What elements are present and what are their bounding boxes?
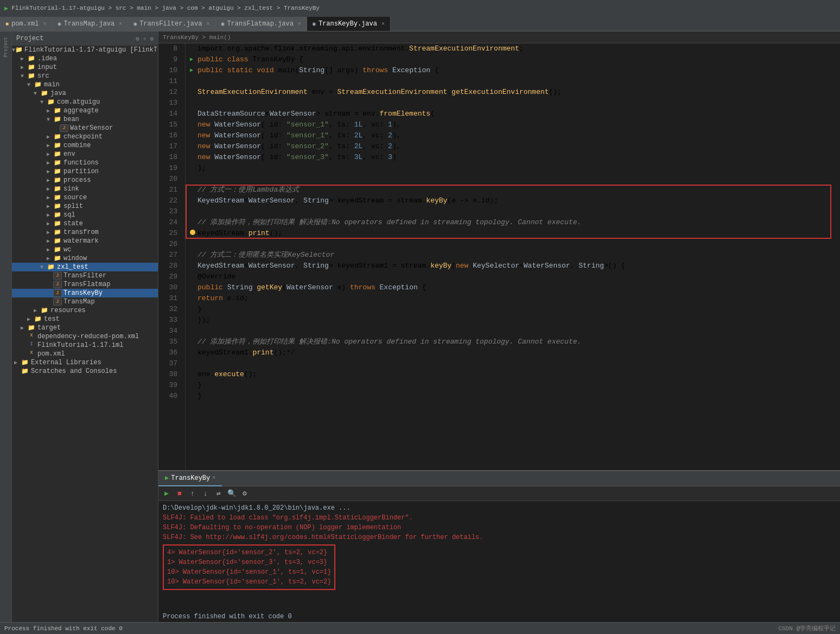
line-number: 29 xyxy=(158,271,181,282)
code-editor[interactable]: 8910111213141516171819202122232425262728… xyxy=(158,43,840,470)
stop-btn[interactable]: ■ xyxy=(174,487,186,499)
tree-item[interactable]: ▶ 📁 watermark xyxy=(12,237,158,245)
line-text: keyedStream.print(); xyxy=(198,228,282,239)
tree-item[interactable]: ▶ 📁 window xyxy=(12,254,158,263)
tree-item[interactable]: ▶ 📁 transfrom xyxy=(12,228,158,237)
tree-item[interactable]: ▶ 📁 env xyxy=(12,150,158,158)
tree-item[interactable]: ▶ 📁 input xyxy=(12,63,158,72)
tree-item[interactable]: ▶ 📁 checkpoint xyxy=(12,132,158,141)
project-vert-tab[interactable]: Project xyxy=(2,34,10,61)
result-line: 4> WaterSensor{id='sensor_2', ts=2, vc=2… xyxy=(167,548,331,557)
folder-icon: 📁 xyxy=(34,315,42,323)
line-text: ); xyxy=(198,163,206,174)
line-number: 13 xyxy=(158,98,181,109)
tree-arrow: ▶ xyxy=(47,220,53,227)
folder-icon: 📁 xyxy=(53,150,62,158)
tab-transmap-close[interactable]: × xyxy=(119,21,122,27)
tree-item[interactable]: ▶ 📁 wc xyxy=(12,245,158,254)
tree-label: window xyxy=(63,255,87,262)
run-btn[interactable]: ▶ xyxy=(161,487,173,499)
tab-transfilter[interactable]: ◉ TransFilter.java × xyxy=(128,17,215,31)
tree-label: TransMap xyxy=(63,298,95,306)
tab-transkeyby[interactable]: ◉ TransKeyBy.java × xyxy=(307,17,391,31)
bottom-panel: ▶ TransKeyBy × ▶ ■ ↑ ↓ ⇌ 🔍 ⚙ D:\Develop\… xyxy=(158,470,840,622)
code-line: } xyxy=(190,304,840,315)
tab-pom-xml[interactable]: ■ pom.xml × xyxy=(0,17,52,31)
code-line: }); xyxy=(190,315,840,326)
tree-item[interactable]: J TransFlatmap xyxy=(12,280,158,289)
line-number: 38 xyxy=(158,369,181,380)
tab-pom-close[interactable]: × xyxy=(43,21,46,27)
line-number: 30 xyxy=(158,282,181,293)
line-text: KeyedStream<WaterSensor, String> keyedSt… xyxy=(198,261,625,271)
line-text: } xyxy=(198,380,202,391)
tree-item[interactable]: ▶ 📁 aggreagte xyxy=(12,106,158,115)
tab-transflatmap-close[interactable]: × xyxy=(298,21,301,27)
tree-item[interactable]: X dependency-reduced-pom.xml xyxy=(12,332,158,341)
tree-label: java xyxy=(50,90,66,97)
run-arrow: ▶ xyxy=(190,65,198,76)
run-tab-close[interactable]: × xyxy=(212,475,215,481)
xml-file-icon: X xyxy=(27,333,36,340)
folder-icon: 📁 xyxy=(53,168,62,175)
tab-transkeyby-close[interactable]: × xyxy=(381,21,385,27)
code-line: public String getKey(WaterSensor e) thro… xyxy=(190,282,840,293)
wrap-btn[interactable]: ⇌ xyxy=(213,487,225,499)
sidebar-tree[interactable]: ▼ 📁 FlinkTutorial-1.17-atguigu [FlinkTut… xyxy=(12,46,158,622)
folder-icon: 📁 xyxy=(27,72,36,80)
tree-item[interactable]: ▼ 📁 zxl_test xyxy=(12,263,158,271)
code-line xyxy=(190,174,840,185)
status-text: Process finished with exit code 0 xyxy=(4,625,123,632)
tree-item[interactable]: ▶ 📁 state xyxy=(12,219,158,228)
code-line: DataStreamSource<WaterSensor> stream = e… xyxy=(190,109,840,119)
line-number: 8 xyxy=(158,43,181,54)
line-number: 24 xyxy=(158,217,181,228)
tree-item[interactable]: ▶ 📁 target xyxy=(12,324,158,332)
tree-item[interactable]: ▼ 📁 java xyxy=(12,89,158,98)
top-bar-path: FlinkTutorial-1.17-atguigu > src > main … xyxy=(11,5,320,11)
tree-label: watermark xyxy=(63,237,99,245)
tree-item[interactable]: ▶ 📁 partition xyxy=(12,167,158,176)
tree-item[interactable]: ▶ 📁 sink xyxy=(12,185,158,193)
tree-item[interactable]: ▶ 📁 .idea xyxy=(12,54,158,63)
tab-transmap[interactable]: ◉ TransMap.java × xyxy=(52,17,128,31)
tree-item[interactable]: I FlinkTutorial-1.17.iml xyxy=(12,341,158,350)
tree-item[interactable]: J TransKeyBy xyxy=(12,289,158,297)
tree-item[interactable]: ▼ 📁 bean xyxy=(12,115,158,124)
tree-item[interactable]: J TransMap xyxy=(12,297,158,306)
folder-icon: 📁 xyxy=(53,246,62,253)
tree-item[interactable]: ▶ 📁 sql xyxy=(12,211,158,219)
tree-item[interactable]: 📁 Scratches and Consoles xyxy=(12,367,158,376)
tree-item[interactable]: ▶ 📁 test xyxy=(12,315,158,324)
scroll-down-btn[interactable]: ↓ xyxy=(200,487,212,499)
tree-item[interactable]: ▶ 📁 split xyxy=(12,202,158,211)
tree-label: functions xyxy=(63,159,99,167)
tree-item[interactable]: ▼ 📁 FlinkTutorial-1.17-atguigu [FlinkTut… xyxy=(12,46,158,54)
tree-item[interactable]: ▼ 📁 src xyxy=(12,72,158,80)
tree-item[interactable]: J TransFilter xyxy=(12,271,158,280)
tree-item[interactable]: ▶ 📁 External Libraries xyxy=(12,358,158,367)
tree-item[interactable]: ▼ 📁 main xyxy=(12,80,158,89)
tree-item[interactable]: ▶ 📁 source xyxy=(12,193,158,202)
tree-item[interactable]: ▶ 📁 functions xyxy=(12,158,158,167)
tree-label: main xyxy=(44,81,60,88)
scroll-up-btn[interactable]: ↑ xyxy=(187,487,199,499)
tree-item[interactable]: ▶ 📁 process xyxy=(12,176,158,185)
tab-transfilter-close[interactable]: × xyxy=(206,21,209,27)
tab-transflatmap[interactable]: ◉ TransFlatmap.java × xyxy=(215,17,307,31)
tree-item[interactable]: ▶ 📁 resources xyxy=(12,306,158,315)
tree-item[interactable]: ▼ 📁 com.atguigu xyxy=(12,98,158,106)
tree-item[interactable]: ▶ 📁 combine xyxy=(12,141,158,150)
folder-icon: 📁 xyxy=(53,194,62,201)
run-tab[interactable]: ▶ TransKeyBy × xyxy=(158,471,222,486)
line-number: 21 xyxy=(158,185,181,195)
tree-label: transfrom xyxy=(63,229,99,236)
filter-btn[interactable]: 🔍 xyxy=(226,487,238,499)
tree-item[interactable]: J WaterSensor xyxy=(12,124,158,132)
tree-item[interactable]: X pom.xml xyxy=(12,350,158,358)
tree-label: FlinkTutorial-1.17-atguigu [FlinkTutoria… xyxy=(24,46,158,54)
line-text: new WaterSensor( id: "sensor_3", ts: 3L,… xyxy=(198,152,397,163)
status-left: Process finished with exit code 0 xyxy=(4,625,123,632)
settings-btn[interactable]: ⚙ xyxy=(239,487,251,499)
code-line: return e.id; xyxy=(190,293,840,304)
